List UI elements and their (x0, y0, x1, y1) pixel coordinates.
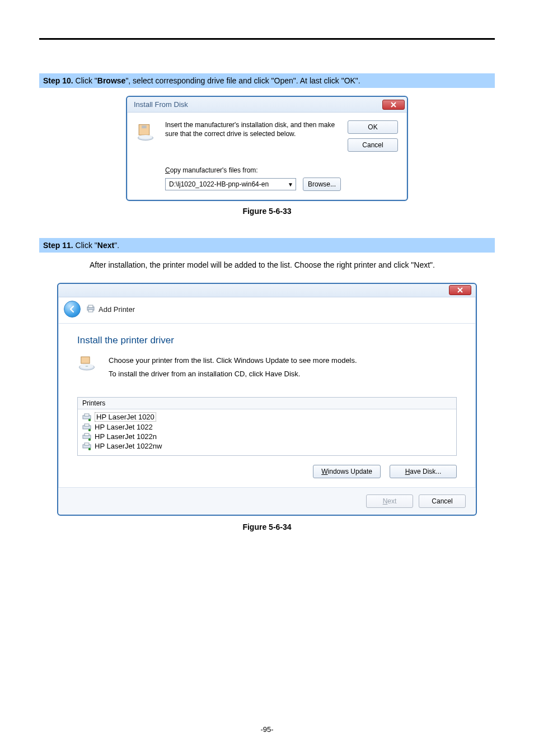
path-combobox[interactable]: D:\lj1020_1022-HB-pnp-win64-en ▼ (165, 178, 296, 190)
printers-listbox[interactable]: Printers HP LaserJet 1020 HP LaserJet 10… (77, 397, 457, 456)
close-icon (457, 287, 463, 293)
printer-list-item[interactable]: HP LaserJet 1022nw (81, 441, 453, 451)
page: Step 10. Click "Browse", select correspo… (0, 0, 534, 756)
disk-icon (136, 136, 155, 143)
svg-point-9 (85, 366, 88, 367)
cancel-button[interactable]: Cancel (419, 494, 466, 508)
printer-list-item[interactable]: HP LaserJet 1022n (81, 432, 453, 441)
wizard-msg-1: Choose your printer from the list. Click… (109, 354, 357, 367)
dialog-titlebar: Install From Disk (127, 97, 407, 113)
close-button[interactable] (449, 285, 471, 295)
svg-rect-10 (81, 357, 90, 363)
printer-small-icon (82, 413, 91, 421)
step-10-bar: Step 10. Click "Browse", select correspo… (39, 73, 495, 88)
dialog-header: Add Printer (58, 297, 476, 324)
wizard-title: Add Printer (99, 305, 135, 314)
copy-from-label: Copy manufacturer's files from: (165, 166, 341, 174)
browse-button[interactable]: Browse... (303, 178, 341, 191)
svg-rect-15 (85, 424, 89, 426)
install-from-disk-dialog: Install From Disk Insert the manufacture… (126, 96, 408, 201)
svg-point-16 (88, 428, 91, 431)
instruction-text: Insert the manufacturer's installation d… (165, 120, 341, 138)
printer-icon (86, 304, 95, 315)
dialog-top-strip (58, 284, 476, 297)
next-button[interactable]: Next (366, 494, 413, 508)
svg-rect-18 (85, 433, 89, 436)
windows-update-button[interactable]: Windows Update (313, 465, 381, 478)
svg-rect-1 (142, 125, 147, 128)
svg-rect-6 (88, 310, 93, 312)
svg-point-22 (88, 447, 91, 450)
after-install-text: After installation, the printer model wi… (90, 260, 495, 269)
step-10-bold: Browse (97, 76, 126, 85)
add-printer-dialog: Add Printer Install the printer driver C… (57, 283, 477, 516)
close-button[interactable] (382, 100, 405, 110)
close-icon (391, 102, 396, 108)
figure-caption-34: Figure 5-6-34 (39, 522, 495, 531)
step-11-text-before: Click " (76, 241, 97, 250)
printer-small-icon (82, 433, 91, 441)
printer-list-item[interactable]: HP LaserJet 1020 (81, 412, 453, 422)
have-disk-button[interactable]: Have Disk... (390, 465, 457, 478)
ok-button[interactable]: OK (348, 120, 398, 134)
wizard-msg-2: To install the driver from an installati… (109, 367, 357, 380)
step-10-label: Step 10. (43, 76, 73, 85)
step-11-bold: Next (97, 241, 114, 250)
svg-rect-12 (85, 414, 89, 416)
printers-header: Printers (78, 398, 456, 409)
cancel-button[interactable]: Cancel (348, 138, 398, 152)
printer-small-icon (82, 442, 91, 450)
arrow-left-icon (68, 305, 76, 313)
horizontal-rule (39, 38, 495, 40)
path-value: D:\lj1020_1022-HB-pnp-win64-en (169, 180, 269, 188)
svg-point-19 (88, 438, 91, 440)
wizard-heading: Install the printer driver (77, 335, 457, 346)
dialog-title: Install From Disk (134, 100, 188, 109)
figure-caption-33: Figure 5-6-33 (39, 207, 495, 216)
step-11-text-after: ". (114, 241, 119, 250)
page-number: -95- (0, 725, 534, 734)
step-10-text-after: ", select corresponding drive file and c… (125, 76, 360, 85)
svg-rect-21 (85, 443, 89, 445)
printer-small-icon (82, 423, 91, 431)
back-button[interactable] (64, 301, 81, 318)
dialog-footer: Next Cancel (58, 487, 476, 515)
printer-list-item[interactable]: HP LaserJet 1022 (81, 422, 453, 432)
svg-point-13 (88, 418, 91, 421)
disk-icon (77, 366, 96, 375)
step-11-label: Step 11. (43, 241, 73, 250)
step-10-text-before: Click " (76, 76, 97, 85)
chevron-down-icon: ▼ (288, 181, 293, 188)
svg-rect-5 (88, 305, 93, 307)
svg-point-3 (139, 135, 152, 139)
step-11-bar: Step 11. Click "Next". (39, 238, 495, 253)
